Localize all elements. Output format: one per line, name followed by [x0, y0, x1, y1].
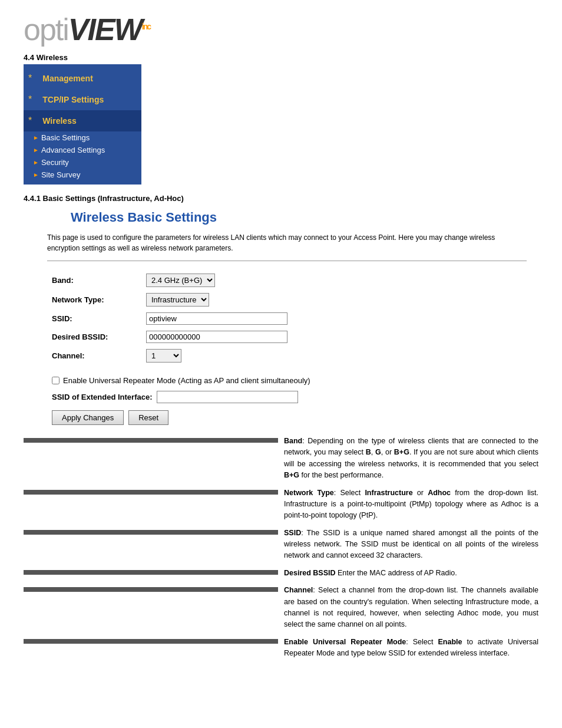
info-list: Band: Depending on the type of wireless …	[24, 436, 538, 659]
list-item-ssid: SSID: The SSID is a unique named shared …	[24, 528, 538, 562]
list-item-repeater: Enable Universal Repeater Mode: Select E…	[24, 637, 538, 660]
ssid-label: SSID:	[47, 309, 141, 328]
nav-item-tcpip[interactable]: * TCP/IP Settings	[24, 89, 141, 110]
band-label: Band:	[47, 271, 141, 290]
ssid-control	[141, 309, 527, 328]
arrow-basic-settings: ►	[33, 134, 39, 141]
band-select[interactable]: 2.4 GHz (B) 2.4 GHz (G) 2.4 GHz (B+G)	[146, 274, 215, 287]
nav-item-wireless[interactable]: * Wireless	[24, 110, 141, 131]
page-title: Wireless Basic Settings	[71, 210, 527, 225]
network-type-control: Infrastructure Ad-Hoc	[141, 290, 527, 309]
nav-label-tcpip[interactable]: TCP/IP Settings	[35, 92, 111, 107]
bssid-row: Desired BSSID:	[47, 328, 527, 346]
network-type-select[interactable]: Infrastructure Ad-Hoc	[146, 293, 209, 307]
bssid-label: Desired BSSID:	[47, 328, 141, 346]
ssid-ext-input[interactable]	[157, 391, 298, 403]
logo-area: optiVIEWinc	[24, 12, 538, 47]
bullet-star-tcpip: *	[28, 94, 32, 105]
channel-control: 1 2345 6789 1011	[141, 346, 527, 365]
nav-sub-site-survey[interactable]: ► Site Survey	[24, 169, 141, 181]
bullet-network-type	[24, 490, 278, 495]
list-item-network-type: Network Type: Select Infrastructure or A…	[24, 487, 538, 522]
nav-label-management[interactable]: Management	[35, 71, 100, 86]
bullet-star-management: *	[28, 73, 32, 84]
info-text-network-type: Network Type: Select Infrastructure or A…	[284, 487, 538, 522]
info-text-band: Band: Depending on the type of wireless …	[284, 436, 538, 482]
list-item-band: Band: Depending on the type of wireless …	[24, 436, 538, 482]
list-item-channel: Channel: Select a channel from the drop-…	[24, 585, 538, 631]
nav-item-management[interactable]: * Management	[24, 68, 141, 89]
nav-label-wireless[interactable]: Wireless	[35, 113, 83, 129]
band-control: 2.4 GHz (B) 2.4 GHz (G) 2.4 GHz (B+G)	[141, 271, 527, 290]
button-row: Apply Changes Reset	[47, 406, 527, 430]
repeater-checkbox[interactable]	[52, 377, 59, 384]
bullet-repeater	[24, 639, 278, 644]
info-text-bssid: Desired BSSID Enter the MAC address of A…	[284, 568, 538, 579]
bullet-ssid	[24, 530, 278, 535]
nav-sub-security[interactable]: ► Security	[24, 156, 141, 169]
description-text: This page is used to configure the param…	[47, 232, 527, 261]
bullet-bssid	[24, 570, 278, 575]
info-text-channel: Channel: Select a channel from the drop-…	[284, 585, 538, 631]
arrow-site-survey: ►	[33, 172, 39, 178]
nav-sub-advanced-settings[interactable]: ► Advanced Settings	[24, 144, 141, 156]
band-row: Band: 2.4 GHz (B) 2.4 GHz (G) 2.4 GHz (B…	[47, 271, 527, 290]
nav-section-label: 4.4 Wireless	[24, 53, 538, 62]
logo-view: VIEW	[68, 12, 142, 47]
logo: optiVIEWinc	[24, 12, 150, 47]
info-text-ssid: SSID: The SSID is a unique named shared …	[284, 528, 538, 562]
nav-sub-label-site-survey[interactable]: Site Survey	[41, 170, 80, 179]
section-heading: 4.4.1 Basic Settings (Infrastructure, Ad…	[24, 194, 538, 203]
main-content: 4.4.1 Basic Settings (Infrastructure, Ad…	[24, 194, 538, 659]
network-type-label: Network Type:	[47, 290, 141, 309]
apply-changes-button[interactable]: Apply Changes	[52, 410, 124, 425]
bullet-channel	[24, 587, 278, 592]
ssid-row: SSID:	[47, 309, 527, 328]
logo-opti: opti	[24, 12, 68, 47]
info-text-repeater: Enable Universal Repeater Mode: Select E…	[284, 637, 538, 660]
bssid-control	[141, 328, 527, 346]
channel-row: Channel: 1 2345 6789 1011	[47, 346, 527, 365]
bssid-input[interactable]	[146, 331, 287, 343]
reset-button[interactable]: Reset	[128, 410, 168, 425]
ssid-ext-row: SSID of Extended Interface:	[47, 388, 527, 406]
nav-sub-label-security[interactable]: Security	[41, 158, 69, 167]
form-container: Wireless Basic Settings This page is use…	[47, 210, 527, 430]
arrow-advanced-settings: ►	[33, 147, 39, 153]
repeater-label: Enable Universal Repeater Mode (Acting a…	[63, 376, 310, 385]
bullet-band	[24, 438, 278, 443]
ssid-ext-label: SSID of Extended Interface:	[52, 393, 152, 401]
arrow-security: ►	[33, 159, 39, 166]
nav-menu: * Management * TCP/IP Settings * Wireles…	[24, 64, 141, 185]
list-item-bssid: Desired BSSID Enter the MAC address of A…	[24, 568, 538, 579]
channel-label: Channel:	[47, 346, 141, 365]
nav-sub-label-basic-settings[interactable]: Basic Settings	[41, 133, 90, 142]
nav-sub-label-advanced-settings[interactable]: Advanced Settings	[41, 146, 105, 154]
settings-form: Band: 2.4 GHz (B) 2.4 GHz (G) 2.4 GHz (B…	[47, 271, 527, 365]
bullet-star-wireless: *	[28, 116, 32, 126]
ssid-input[interactable]	[146, 312, 287, 325]
repeater-row: Enable Universal Repeater Mode (Acting a…	[47, 373, 527, 388]
channel-select[interactable]: 1 2345 6789 1011	[146, 349, 181, 363]
network-type-row: Network Type: Infrastructure Ad-Hoc	[47, 290, 527, 309]
logo-inc: inc	[142, 22, 150, 31]
nav-sub-basic-settings[interactable]: ► Basic Settings	[24, 131, 141, 144]
